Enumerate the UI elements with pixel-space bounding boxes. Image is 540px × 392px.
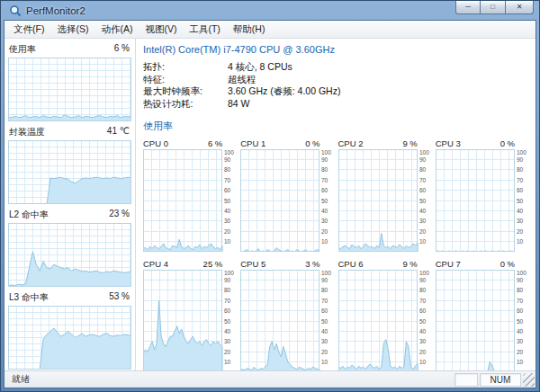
svg-text:80: 80	[419, 287, 427, 293]
svg-text:70: 70	[517, 298, 524, 304]
cpu1-cell: CPU 1 0 % 100908070605040302010	[240, 138, 333, 252]
info-value: 3.60 GHz (睿频: 4.00 GHz)	[228, 85, 528, 98]
svg-text:30: 30	[419, 338, 427, 344]
svg-text:30: 30	[517, 338, 524, 344]
cpu-label: CPU 3	[436, 138, 461, 148]
svg-text:40: 40	[321, 328, 328, 334]
svg-text:60: 60	[419, 187, 427, 193]
svg-text:50: 50	[419, 198, 427, 204]
cpu6-usage-chart: 100908070605040302010	[338, 270, 431, 370]
metric-label: L2 命中率	[9, 209, 49, 221]
svg-text:80: 80	[517, 166, 524, 173]
svg-text:60: 60	[224, 187, 231, 193]
svg-text:30: 30	[224, 218, 231, 224]
svg-text:50: 50	[321, 198, 328, 204]
info-value: 超线程	[228, 74, 528, 86]
metric-value: 53 %	[109, 291, 130, 304]
cpu5-cell: CPU 5 3 % 100908070605040302010	[240, 259, 333, 370]
menu-item-file[interactable]: 文件(F)	[7, 22, 50, 38]
cpu-usage-value: 3 %	[305, 259, 320, 269]
sidebar-panel-package-temp[interactable]: 封装温度 41 ℃	[8, 124, 131, 204]
menu-item-help[interactable]: 帮助(H)	[227, 22, 272, 38]
svg-text:40: 40	[419, 328, 427, 334]
info-label: 拓扑:	[143, 61, 228, 74]
svg-text:70: 70	[224, 177, 231, 183]
svg-text:50: 50	[321, 318, 328, 325]
titlebar[interactable]: PerfMonitor2 ─ □ ✕	[4, 1, 536, 20]
svg-text:10: 10	[321, 359, 328, 365]
svg-text:70: 70	[224, 298, 231, 304]
metric-value: 41 ℃	[107, 126, 130, 138]
app-window: PerfMonitor2 ─ □ ✕ 文件(F) 选择(S) 动作(A) 视图(…	[0, 0, 540, 392]
cpu3-cell: CPU 3 0 % 100908070605040302010	[436, 138, 528, 252]
svg-text:40: 40	[224, 328, 231, 334]
metric-label: 使用率	[9, 43, 36, 56]
svg-text:100: 100	[517, 270, 526, 276]
info-label: 热设计功耗:	[143, 98, 228, 111]
menu-item-tools[interactable]: 工具(T)	[183, 22, 226, 38]
cpu1-usage-chart: 100908070605040302010	[240, 149, 333, 252]
svg-text:90: 90	[419, 156, 427, 163]
svg-text:20: 20	[517, 349, 524, 355]
svg-text:90: 90	[419, 277, 427, 283]
svg-text:10: 10	[419, 359, 427, 365]
cpu3-usage-chart: 100908070605040302010	[436, 149, 528, 252]
svg-text:70: 70	[321, 298, 328, 304]
sidebar-panel-usage[interactable]: 使用率 6 %	[8, 41, 131, 121]
package-temp-chart	[8, 140, 131, 204]
menu-item-select[interactable]: 选择(S)	[50, 22, 94, 38]
svg-text:40: 40	[517, 208, 524, 214]
svg-text:70: 70	[419, 177, 427, 183]
svg-text:70: 70	[321, 177, 328, 183]
close-button[interactable]: ✕	[506, 1, 534, 14]
svg-text:100: 100	[419, 149, 429, 156]
svg-text:10: 10	[517, 238, 524, 245]
svg-text:60: 60	[517, 187, 524, 193]
cpu-label: CPU 0	[143, 138, 168, 148]
info-label: 最大时钟频率:	[143, 85, 228, 98]
menu-item-action[interactable]: 动作(A)	[94, 22, 139, 38]
cpu-usage-value: 25 %	[203, 259, 223, 269]
cpu-usage-grid: CPU 0 6 % 100908070605040302010 CPU 1 0 …	[143, 138, 528, 370]
metric-value: 23 %	[109, 209, 130, 221]
menu-item-view[interactable]: 视图(V)	[139, 22, 183, 38]
svg-text:30: 30	[321, 338, 328, 344]
svg-text:50: 50	[224, 318, 231, 325]
info-value: 84 W	[228, 98, 528, 111]
app-icon	[9, 4, 22, 17]
svg-text:100: 100	[224, 270, 234, 276]
svg-text:20: 20	[224, 349, 231, 355]
cpu-label: CPU 1	[240, 138, 266, 148]
metric-label: 封装温度	[9, 126, 45, 138]
svg-text:80: 80	[321, 166, 328, 173]
cpu7-cell: CPU 7 0 % 100908070605040302010	[436, 259, 528, 370]
svg-text:100: 100	[321, 270, 331, 276]
info-value: 4 核心, 8 CPUs	[228, 61, 528, 74]
cpu4-cell: CPU 4 25 % 100908070605040302010	[143, 259, 236, 370]
svg-text:80: 80	[224, 166, 231, 173]
minimize-button[interactable]: ─	[455, 1, 481, 14]
cpu-label: CPU 2	[338, 138, 364, 148]
sidebar-panel-l3-hit-rate[interactable]: L3 命中率 53 %	[8, 290, 131, 370]
svg-text:60: 60	[224, 307, 231, 314]
svg-text:20: 20	[517, 228, 524, 235]
svg-text:80: 80	[224, 287, 231, 293]
resize-grip[interactable]	[523, 373, 535, 387]
cpu-usage-value: 0 %	[500, 138, 515, 148]
svg-text:40: 40	[321, 208, 328, 214]
cpu4-usage-chart: 100908070605040302010	[143, 270, 236, 370]
cpu-usage-value: 0 %	[305, 138, 320, 148]
info-label: 特征:	[143, 74, 228, 86]
svg-text:50: 50	[224, 198, 231, 204]
svg-text:20: 20	[321, 228, 328, 235]
svg-text:100: 100	[321, 149, 331, 156]
svg-text:10: 10	[321, 238, 328, 245]
svg-text:60: 60	[321, 187, 328, 193]
main-panel: Intel(R) Core(TM) i7-4790 CPU @ 3.60GHz …	[136, 39, 536, 370]
sidebar-panel-l2-hit-rate[interactable]: L2 命中率 23 %	[8, 207, 131, 287]
status-pane-empty	[454, 373, 478, 387]
cpu2-usage-chart: 100908070605040302010	[338, 149, 431, 252]
svg-text:90: 90	[321, 277, 328, 283]
maximize-button[interactable]: □	[481, 1, 506, 14]
cpu-model-name: Intel(R) Core(TM) i7-4790 CPU @ 3.60GHz	[143, 44, 528, 55]
